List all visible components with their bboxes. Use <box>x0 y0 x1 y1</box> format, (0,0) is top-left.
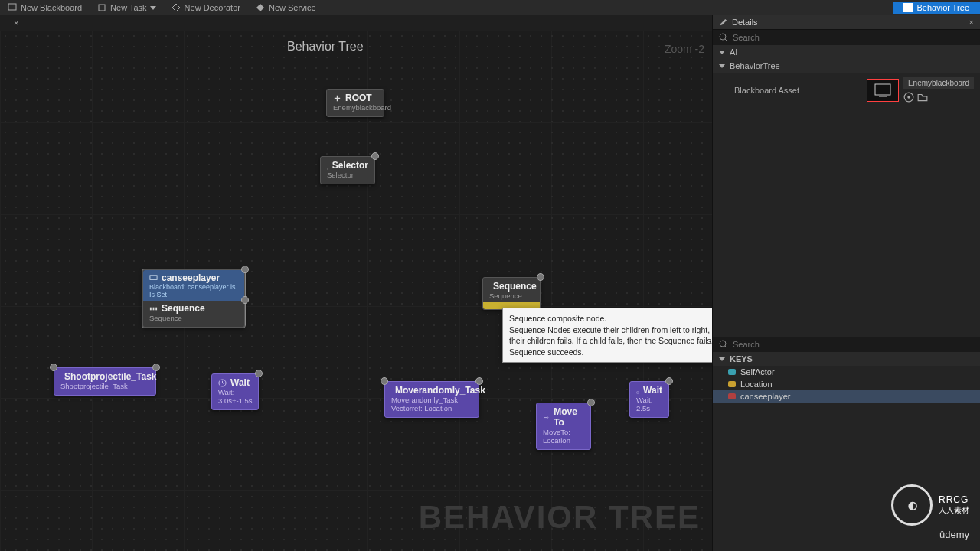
pencil-icon <box>719 18 727 27</box>
node-selector[interactable]: Selector Selector <box>320 156 375 184</box>
details-title: Details <box>732 18 758 27</box>
node-moverandomly[interactable]: Moverandomly_Task Moverandomly_Task Vect… <box>384 381 479 418</box>
search-icon <box>719 340 728 349</box>
task-icon <box>97 3 106 12</box>
blackboard-asset-row: Blackboard Asset Enemyblackboard <box>713 73 980 107</box>
svg-marker-3 <box>256 4 264 11</box>
watermark-logo: ◐ RRCG 人人素材 ûdemy <box>891 484 969 540</box>
graph-canvas[interactable]: Behavior Tree Zoom -2 BEHAVIOR TREE ROOT… <box>0 31 712 551</box>
new-task-label: New Task <box>110 3 146 12</box>
chevron-down-icon <box>719 51 725 54</box>
key-item[interactable]: Location <box>713 378 980 390</box>
node-pin[interactable] <box>537 273 544 281</box>
browse-asset-icon[interactable] <box>917 92 928 103</box>
search-icon <box>719 33 728 42</box>
svg-rect-34 <box>875 84 890 95</box>
asset-thumbnail[interactable] <box>867 79 899 102</box>
behavior-tree-label: Behavior Tree <box>917 3 969 12</box>
graph-watermark: BEHAVIOR TREE <box>419 499 701 536</box>
node-canseeplayer[interactable]: canseeplayer Blackboard: canseeplayer is… <box>142 269 245 328</box>
section-keys[interactable]: KEYS <box>713 352 980 366</box>
svg-point-38 <box>720 341 726 347</box>
clock-icon <box>218 379 227 387</box>
new-blackboard-button[interactable]: New Blackboard <box>0 3 90 12</box>
svg-rect-1 <box>99 5 105 11</box>
keys-search[interactable] <box>713 337 980 352</box>
section-ai[interactable]: AI <box>713 45 980 59</box>
svg-rect-0 <box>8 4 16 10</box>
node-pin[interactable] <box>241 266 249 273</box>
svg-line-39 <box>725 346 727 348</box>
node-pin[interactable] <box>241 296 249 304</box>
asset-name[interactable]: Enemyblackboard <box>903 77 974 89</box>
node-wait-1[interactable]: Wait Wait: 3.0s+-1.5s <box>211 373 259 410</box>
keys-search-input[interactable] <box>733 340 974 349</box>
service-icon <box>256 3 265 12</box>
svg-rect-25 <box>153 307 155 310</box>
svg-point-37 <box>907 96 910 99</box>
node-pin[interactable] <box>152 364 160 371</box>
clock-icon <box>636 386 639 395</box>
node-pin[interactable] <box>381 377 388 385</box>
details-search-input[interactable] <box>733 33 974 42</box>
node-pin[interactable] <box>587 399 595 406</box>
tab-close-button[interactable]: × <box>0 18 32 28</box>
details-search[interactable] <box>713 30 980 45</box>
graph-title: Behavior Tree <box>287 40 364 54</box>
key-color-swatch <box>728 393 736 399</box>
zoom-label: Zoom -2 <box>665 43 704 55</box>
logo-circle: ◐ <box>891 484 933 526</box>
sequence-icon <box>149 305 158 313</box>
svg-rect-23 <box>150 275 157 279</box>
keys-list: SelfActor Location canseeplayer <box>713 366 980 403</box>
section-behaviortree[interactable]: BehaviorTree <box>713 59 980 73</box>
new-task-button[interactable]: New Task <box>90 3 163 12</box>
selector-icon <box>327 161 328 170</box>
new-decorator-label: New Decorator <box>185 3 240 12</box>
svg-rect-24 <box>150 307 152 310</box>
root-icon <box>333 94 341 103</box>
chevron-down-icon <box>719 64 725 68</box>
new-decorator-button[interactable]: New Decorator <box>164 3 248 12</box>
new-service-label: New Service <box>269 3 316 12</box>
node-shootprojectile[interactable]: Shootprojectile_Task Shootprojectile_Tas… <box>54 367 156 396</box>
node-pin[interactable] <box>665 377 673 385</box>
blackboard-icon <box>8 3 17 12</box>
arrow-right-icon <box>543 413 550 422</box>
new-blackboard-label: New Blackboard <box>21 3 82 12</box>
decorator-icon <box>172 3 181 12</box>
key-color-swatch <box>728 369 736 375</box>
use-asset-icon[interactable] <box>903 92 914 103</box>
behavior-tree-mode-button[interactable]: Behavior Tree <box>893 2 980 14</box>
svg-rect-26 <box>155 307 157 310</box>
svg-marker-2 <box>172 4 180 11</box>
new-service-button[interactable]: New Service <box>248 3 324 12</box>
chevron-down-icon <box>150 6 156 10</box>
node-pin[interactable] <box>475 377 483 385</box>
node-pin[interactable] <box>371 152 379 160</box>
key-item[interactable]: canseeplayer <box>713 390 980 403</box>
node-pin[interactable] <box>50 364 57 371</box>
blackboard-asset-label: Blackboard Asset <box>734 86 861 95</box>
details-panel-header: Details × <box>713 15 980 30</box>
node-pin[interactable] <box>255 370 263 377</box>
tree-icon <box>903 3 913 12</box>
node-wait-2[interactable]: Wait Wait: 2.5s <box>629 381 669 418</box>
key-item[interactable]: SelfActor <box>713 366 980 378</box>
details-close-button[interactable]: × <box>969 18 974 27</box>
key-color-swatch <box>728 381 736 387</box>
node-root[interactable]: ROOT Enemyblackboard <box>326 89 384 117</box>
svg-line-33 <box>725 39 727 41</box>
svg-point-32 <box>720 34 726 40</box>
node-moveto[interactable]: Move To MoveTo: Location <box>536 403 591 450</box>
node-sequence[interactable]: Sequence Sequence <box>482 277 541 310</box>
chevron-down-icon <box>719 357 725 361</box>
monitor-icon <box>149 274 158 282</box>
